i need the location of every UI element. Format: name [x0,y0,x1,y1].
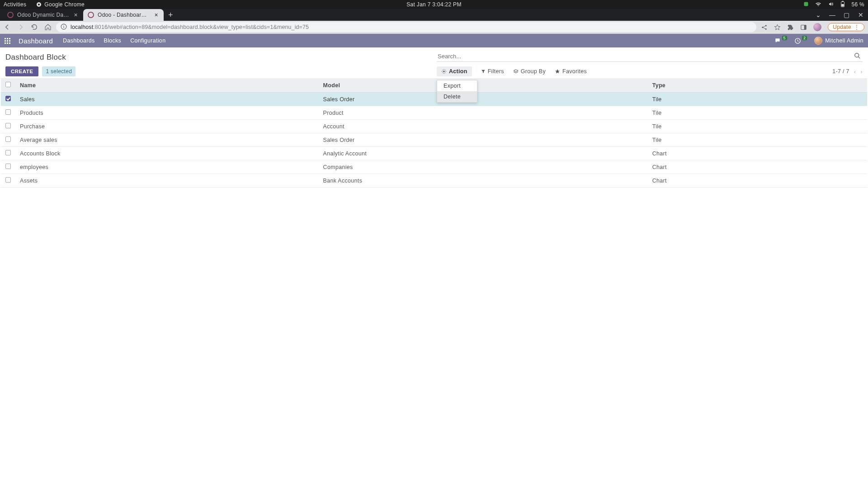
selected-count-badge[interactable]: 1 selected [42,66,75,76]
svg-rect-8 [63,25,64,25]
row-checkbox[interactable] [5,136,11,142]
svg-point-1 [38,4,40,5]
column-header-model[interactable]: Model [319,78,648,93]
cell-type: Tile [648,120,867,133]
window-minimize-icon[interactable]: — [829,11,835,19]
volume-icon[interactable] [828,1,834,8]
list-view: Name Model Type SalesSales OrderTileProd… [0,76,868,188]
funnel-icon [481,69,486,74]
column-header-name[interactable]: Name [15,78,319,93]
kebab-icon: ⋮ [854,24,859,30]
activities-menu[interactable]: Activities [4,1,26,8]
activities-button[interactable]: 2 [794,38,807,44]
cell-model: Sales Order [319,133,648,147]
chat-icon [774,38,781,44]
action-export[interactable]: Export [437,80,477,91]
user-avatar-icon [814,37,822,45]
tab-overflow-icon[interactable]: ⌄ [816,11,821,19]
user-menu[interactable]: Mitchell Admin [814,37,863,45]
create-button[interactable]: CREATE [5,66,38,76]
os-clock[interactable]: Sat Jan 7 3:04:22 PM [406,1,461,8]
current-app[interactable]: Google Chrome [36,1,85,8]
table-header-row: Name Model Type [1,78,867,93]
row-checkbox[interactable] [5,123,11,128]
new-tab-button[interactable]: + [164,9,178,21]
browser-toolbar: localhost:8016/web#action=89&model=dashb… [0,21,868,34]
table-row[interactable]: PurchaseAccountTile [1,120,867,133]
cell-model: Bank Accounts [319,174,648,188]
search-icon[interactable] [852,52,863,61]
table-row[interactable]: Accounts BlockAnalytic AccountChart [1,147,867,160]
star-icon [555,69,560,74]
cell-name: Sales [15,93,319,106]
menu-configuration[interactable]: Configuration [130,38,165,44]
table-row[interactable]: employeesCompaniesChart [1,160,867,174]
favorites-label: Favorites [562,68,587,75]
share-icon[interactable] [761,24,768,31]
select-all-checkbox[interactable] [5,82,11,87]
home-button[interactable] [44,23,52,31]
back-button[interactable] [4,23,11,31]
browser-tab-0[interactable]: Odoo Dynamic Dashboard × [3,9,83,21]
close-tab-icon[interactable]: × [73,12,79,18]
row-checkbox[interactable] [5,164,11,169]
apps-icon[interactable] [5,38,10,44]
table-row[interactable]: SalesSales OrderTile [1,93,867,106]
profile-avatar[interactable] [813,23,821,31]
column-header-type[interactable]: Type [648,78,867,93]
cell-model: Sales Order [319,93,648,106]
chrome-icon [36,2,42,7]
wifi-icon[interactable] [815,1,821,8]
window-maximize-icon[interactable]: ▢ [844,11,849,19]
svg-point-15 [855,53,859,57]
update-label: Update [833,24,851,30]
tab-title: Odoo - Dashboard Block [98,12,150,18]
row-checkbox[interactable] [5,109,11,115]
site-info-icon[interactable] [61,23,67,31]
sidepanel-icon[interactable] [800,24,807,31]
cell-model: Companies [319,160,648,174]
close-tab-icon[interactable]: × [154,12,159,18]
url-bar[interactable]: localhost:8016/web#action=89&model=dashb… [56,22,756,32]
row-checkbox[interactable] [5,150,11,155]
current-app-name: Google Chrome [44,1,85,8]
forward-button[interactable] [17,23,24,31]
action-dropdown-button[interactable]: Action [437,66,472,76]
menu-dashboards[interactable]: Dashboards [63,38,94,44]
svg-rect-5 [842,4,844,6]
bookmark-icon[interactable] [774,24,781,31]
table-row[interactable]: Average salesSales OrderTile [1,133,867,147]
pager-text[interactable]: 1-7 / 7 [832,68,849,75]
reload-button[interactable] [31,23,38,31]
tray-indicator-icon[interactable] [803,1,809,8]
pager-prev-icon[interactable]: ‹ [854,68,856,75]
pager-next-icon[interactable]: › [860,68,863,75]
table-row[interactable]: AssetsBank AccountsChart [1,174,867,188]
cell-type: Tile [648,106,867,120]
action-label: Action [449,68,467,75]
table-row[interactable]: ProductsProductTile [1,106,867,120]
clock-icon [794,38,801,44]
control-panel: Dashboard Block CREATE 1 selected Action… [0,47,868,76]
battery-percent: 56 % [851,1,864,8]
browser-tab-1[interactable]: Odoo - Dashboard Block × [83,9,164,21]
menu-blocks[interactable]: Blocks [104,38,122,44]
cell-model: Account [319,120,648,133]
groupby-button[interactable]: Group By [513,68,546,75]
battery-icon[interactable] [840,1,845,9]
favorites-button[interactable]: Favorites [555,68,587,75]
window-close-icon[interactable]: ✕ [858,11,863,19]
messages-button[interactable]: 5 [774,38,787,44]
extensions-icon[interactable] [787,24,794,31]
browser-tab-strip: Odoo Dynamic Dashboard × Odoo - Dashboar… [0,9,868,21]
favicon-icon [7,12,14,18]
row-checkbox[interactable] [5,177,11,183]
page-title: Dashboard Block [5,51,431,66]
app-title[interactable]: Dashboard [19,37,53,45]
cell-type: Tile [648,93,867,106]
filters-button[interactable]: Filters [481,68,504,75]
update-button[interactable]: Update ⋮ [828,23,864,31]
action-delete[interactable]: Delete [437,91,477,102]
search-input[interactable] [437,51,852,61]
row-checkbox[interactable] [5,96,11,101]
